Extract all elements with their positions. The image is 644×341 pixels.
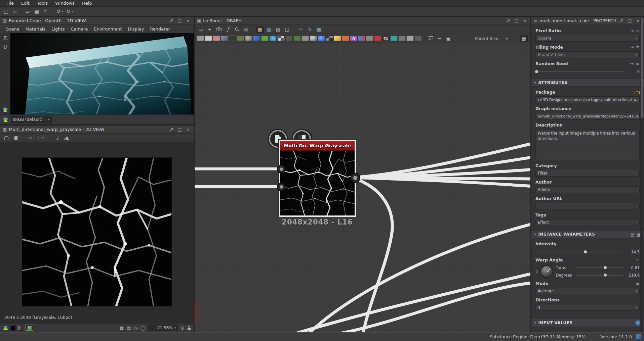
pixel-ratio-select[interactable]: Square ▾ (535, 35, 640, 42)
expose-parameter-icon[interactable]: ⇥ (630, 61, 634, 66)
node-type-gradient-icon[interactable] (221, 36, 228, 41)
parameter-menu-icon[interactable]: ≡ (636, 242, 640, 246)
menu-edit[interactable]: Edit (17, 0, 33, 7)
view2d-canvas[interactable]: 2048 x 2048 (Grayscale, 16bpc) (0, 142, 194, 323)
menu-renderer[interactable]: Renderer (147, 27, 173, 32)
uv-mode-button[interactable]: UV ▾ (36, 134, 47, 142)
graph-settings-icon[interactable]: ▦ (520, 35, 528, 42)
node-type-sphere-icon[interactable] (310, 36, 317, 41)
node-type-ao-icon[interactable] (342, 36, 349, 41)
node-type-blur-icon[interactable] (269, 36, 277, 41)
node-type-misc-icon[interactable] (414, 36, 422, 41)
attributes-section-header[interactable]: ▾ ATTRIBUTES (531, 79, 644, 87)
graph-canvas[interactable]: Multi Dir. Warp Grayscale 2048x2048 - L1… (195, 43, 530, 332)
node-type-noise-icon[interactable] (237, 36, 244, 41)
graph-titlebar[interactable]: ▣ IceSheet - GRAPH □ × (195, 17, 530, 25)
warp-angle-knob[interactable] (540, 265, 553, 278)
node-type-grayscale-icon[interactable] (366, 36, 373, 41)
colorspace-layers-icon[interactable] (3, 117, 8, 122)
maximize-icon[interactable]: □ (627, 17, 633, 24)
pin-icon[interactable] (168, 126, 174, 133)
actual-size-icon[interactable]: ◯ (140, 325, 146, 331)
channels-layers-icon[interactable] (3, 326, 8, 330)
node-type-pixelprocessor-icon[interactable] (390, 36, 398, 41)
properties-titlebar[interactable]: ≡ multi_directional...cale - PROPERTIES … (531, 17, 644, 25)
parameter-menu-icon[interactable]: ≡ (636, 29, 640, 33)
pin-icon[interactable] (505, 17, 511, 24)
description-textarea[interactable]: Warps the input image multiple times int… (535, 129, 640, 160)
parameter-menu-icon[interactable]: ≡ (636, 281, 640, 286)
select-frame-icon[interactable]: ▭ (197, 26, 205, 33)
menu-camera[interactable]: Camera (68, 27, 91, 32)
pin-icon[interactable] (618, 17, 625, 24)
undo-icon[interactable]: ↺ (54, 8, 63, 15)
close-icon[interactable]: × (185, 126, 191, 133)
parameter-menu-icon[interactable]: ≡ (636, 61, 640, 66)
turns-slider[interactable] (576, 267, 623, 268)
export-image-icon[interactable]: ▢ (2, 134, 10, 142)
new-document-icon[interactable]: ▢ (2, 8, 10, 15)
folder-icon[interactable] (635, 90, 640, 94)
information-icon[interactable]: i (53, 134, 62, 142)
menu-tools[interactable]: Tools (33, 0, 51, 7)
menu-help[interactable]: Help (78, 0, 96, 7)
snapshot-camera-icon[interactable] (215, 26, 223, 33)
tags-field[interactable]: Effect (535, 219, 640, 226)
export-icon[interactable]: ⇧ (41, 8, 49, 15)
node-type-value-icon[interactable]: 01 (382, 36, 390, 41)
overflow-chevrons-icon[interactable]: » (502, 35, 511, 42)
open-icon[interactable]: ▱ (24, 8, 32, 15)
collapsed-dock-strip[interactable] (195, 302, 196, 325)
close-icon[interactable]: × (185, 17, 191, 24)
viewport-3d[interactable] (10, 33, 194, 114)
background-gray-swatch[interactable] (18, 326, 23, 331)
redo-icon[interactable]: ↻ (64, 8, 72, 15)
scrollbar-thumb[interactable] (641, 17, 643, 118)
view2d-titlebar[interactable]: ▦ Multi_directional_warp_grayscale - 2D … (0, 126, 194, 134)
recompute-icon[interactable]: ↻ (306, 26, 314, 33)
node-input-connector-1[interactable] (277, 165, 286, 174)
view3d-titlebar[interactable]: ▧ Rounded Cube - OpenGL - 3D VIEW □ × (0, 17, 194, 25)
display-mode-button[interactable] (25, 325, 34, 331)
node-input-connector-2[interactable] (277, 183, 286, 191)
properties-scrollbar[interactable] (640, 17, 643, 332)
histogram-icon[interactable] (63, 134, 71, 142)
node-type-fxmap-icon[interactable] (398, 36, 406, 41)
grid-snap-icon[interactable]: ▦ (256, 26, 264, 33)
light-icon[interactable] (3, 45, 7, 50)
close-icon[interactable]: × (522, 17, 528, 24)
pin-comment-icon[interactable]: − (436, 35, 444, 42)
intensity-value[interactable]: 14.5 (626, 250, 640, 254)
center-view-icon[interactable]: ◎ (133, 325, 137, 331)
node-type-normal-icon[interactable] (318, 36, 325, 41)
node-type-transform-icon[interactable] (253, 36, 260, 41)
focus-node-icon[interactable]: ◎ (242, 26, 250, 33)
background-black-swatch[interactable] (10, 326, 15, 331)
degrees-value[interactable]: 219.6 (626, 273, 640, 278)
input-values-section-header[interactable]: ▾ INPUT VALUES + (531, 319, 644, 327)
expose-parameter-icon[interactable]: ⇥ (630, 45, 634, 49)
author-field[interactable]: Adobe (535, 186, 640, 193)
node-type-svg-icon[interactable] (205, 36, 212, 41)
link-create-icon[interactable]: ∞ (297, 26, 305, 33)
node-type-levels-icon[interactable] (285, 36, 293, 41)
split-view-icon[interactable]: ◫ (283, 26, 291, 33)
camera-icon[interactable] (3, 36, 8, 40)
link-icon[interactable]: ∞ (11, 8, 19, 15)
directions-select[interactable]: 4 ▾ (535, 304, 640, 311)
turns-value[interactable]: 0.61 (626, 265, 640, 270)
node-type-warp-icon[interactable] (301, 36, 309, 41)
node-type-bitmap-icon[interactable] (197, 36, 204, 41)
layers-icon[interactable] (3, 107, 8, 112)
tiling-grid-icon[interactable]: ▦ (119, 325, 124, 331)
menu-windows[interactable]: Windows (51, 0, 78, 7)
save-image-icon[interactable]: ▣ (12, 134, 20, 142)
menu-scene[interactable]: Scene (3, 27, 23, 32)
colorspace-select[interactable]: sRGB (default) ▾ (11, 116, 52, 123)
instance-parameters-section-header[interactable]: ▾ INSTANCE PARAMETERS ▤ ▣ (531, 230, 644, 238)
degrees-slider[interactable] (576, 275, 623, 276)
add-input-value-button[interactable]: + (635, 320, 641, 326)
function-icon[interactable]: ƒ (224, 26, 232, 33)
mode-select[interactable]: Average ▾ (535, 288, 640, 294)
menu-lights[interactable]: Lights (48, 27, 68, 32)
